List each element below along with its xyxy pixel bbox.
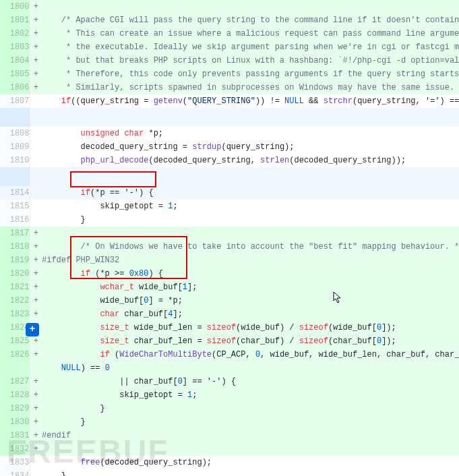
line-number[interactable]: 1826 xyxy=(0,348,30,361)
line-number[interactable]: 1803 xyxy=(0,40,30,54)
diff-row: 1802+ * This can create an issue where a… xyxy=(0,27,459,40)
line-number[interactable]: 1821 xyxy=(0,280,30,294)
line-number[interactable]: 1827 xyxy=(0,375,30,388)
line-number[interactable]: 1802 xyxy=(0,27,30,40)
diff-row: 1826+ if (WideCharToMultiByte(CP_ACP, 0,… xyxy=(0,348,459,361)
code-cell[interactable]: /* Apache CGI will pass the query string… xyxy=(42,13,459,27)
code-cell[interactable] xyxy=(42,227,459,240)
diff-marker xyxy=(30,140,42,154)
line-number[interactable]: 1828 xyxy=(0,388,30,402)
line-number[interactable]: 1834 xyxy=(0,469,30,476)
line-number[interactable]: 1819 xyxy=(0,254,30,267)
code-cell[interactable]: * Similarly, scripts spawned in subproce… xyxy=(42,81,459,94)
line-number[interactable]: 1814 xyxy=(0,186,30,200)
line-number[interactable]: 1831 xyxy=(0,429,30,442)
diff-marker xyxy=(30,213,42,227)
code-cell[interactable] xyxy=(42,442,459,456)
line-number[interactable]: 1820 xyxy=(0,267,30,280)
code-cell[interactable]: * Therefore, this code only prevents pas… xyxy=(42,67,459,81)
line-number[interactable]: 1832 xyxy=(0,442,30,456)
code-cell[interactable]: unsigned char *p; xyxy=(42,127,459,140)
diff-row: 1830+ } xyxy=(0,415,459,429)
code-cell[interactable]: char char_buf[4]; xyxy=(42,307,459,321)
diff-expand-row[interactable] xyxy=(0,167,459,186)
line-number[interactable]: 1818 xyxy=(0,240,30,254)
line-number[interactable] xyxy=(0,361,30,375)
line-number[interactable]: 1833 xyxy=(0,456,30,469)
code-cell[interactable]: if (*p >= 0x80) { xyxy=(42,267,459,280)
diff-marker: + xyxy=(30,294,42,307)
diff-row: 1833 free(decoded_query_string); xyxy=(0,456,459,469)
diff-marker: + xyxy=(30,54,42,67)
diff-marker: + xyxy=(30,13,42,27)
diff-row: 1832+ xyxy=(0,442,459,456)
code-cell[interactable]: /* On Windows we have to take into accou… xyxy=(42,240,459,254)
diff-marker: + xyxy=(30,280,42,294)
line-number[interactable]: 1825 xyxy=(0,334,30,348)
code-cell[interactable]: #endif xyxy=(42,429,459,442)
code-cell[interactable]: #ifdef PHP_WIN32 xyxy=(42,254,459,267)
code-cell[interactable]: } xyxy=(42,415,459,429)
diff-marker: + xyxy=(30,27,42,40)
line-number[interactable]: 1809 xyxy=(0,140,30,154)
code-cell[interactable]: if(*p == '-') { xyxy=(42,186,459,200)
code-cell[interactable]: size_t char_buf_len = sizeof(char_buf) /… xyxy=(42,334,459,348)
diff-row: 1803+ * the executable. Ideally we skip … xyxy=(0,40,459,54)
line-number[interactable]: 1804 xyxy=(0,54,30,67)
code-cell[interactable]: size_t wide_buf_len = sizeof(wide_buf) /… xyxy=(42,321,459,334)
line-number[interactable]: 1822 xyxy=(0,294,30,307)
line-number[interactable]: 1810 xyxy=(0,154,30,167)
diff-marker: + xyxy=(30,415,42,429)
line-number[interactable]: 1817 xyxy=(0,227,30,240)
code-cell[interactable]: } xyxy=(42,402,459,415)
diff-marker: + xyxy=(30,240,42,254)
line-number[interactable]: 1805 xyxy=(0,67,30,81)
diff-row: 1801+ /* Apache CGI will pass the query … xyxy=(0,13,459,27)
diff-row: 1824+ size_t wide_buf_len = sizeof(wide_… xyxy=(0,321,459,334)
code-cell[interactable]: wchar_t wide_buf[1]; xyxy=(42,280,459,294)
diff-marker xyxy=(30,94,42,108)
add-comment-button[interactable]: + xyxy=(26,323,39,336)
diff-row: 1818+ /* On Windows we have to take into… xyxy=(0,240,459,254)
line-number[interactable]: 1829 xyxy=(0,402,30,415)
code-cell[interactable]: NULL) == 0 xyxy=(42,361,459,375)
diff-row: 1831+#endif xyxy=(0,429,459,442)
line-number[interactable]: 1801 xyxy=(0,13,30,27)
diff-row: 1807 if((query_string = getenv("QUERY_ST… xyxy=(0,94,459,108)
code-cell[interactable]: wide_buf[0] = *p; xyxy=(42,294,459,307)
diff-marker: + xyxy=(30,375,42,388)
diff-row: 1825+ size_t char_buf_len = sizeof(char_… xyxy=(0,334,459,348)
line-number[interactable]: 1830 xyxy=(0,415,30,429)
code-cell[interactable]: php_url_decode(decoded_query_string, str… xyxy=(42,154,459,167)
code-cell[interactable]: || char_buf[0] == '-') { xyxy=(42,375,459,388)
code-cell[interactable]: } xyxy=(42,469,459,476)
diff-row: 1829+ } xyxy=(0,402,459,415)
code-cell[interactable] xyxy=(42,0,459,13)
line-number[interactable]: 1808 xyxy=(0,127,30,140)
line-number[interactable]: 1823 xyxy=(0,307,30,321)
code-cell[interactable]: * but that breaks PHP scripts on Linux w… xyxy=(42,54,459,67)
code-cell[interactable]: free(decoded_query_string); xyxy=(42,456,459,469)
diff-marker xyxy=(30,186,42,200)
diff-marker xyxy=(30,154,42,167)
line-number[interactable]: 1806 xyxy=(0,81,30,94)
code-cell[interactable]: * This can create an issue where a malic… xyxy=(42,27,459,40)
line-number[interactable]: 1816 xyxy=(0,213,30,227)
diff-row: 1800+ xyxy=(0,0,459,13)
diff-marker: + xyxy=(30,307,42,321)
code-cell[interactable]: if (WideCharToMultiByte(CP_ACP, 0, wide_… xyxy=(42,348,459,361)
code-cell[interactable]: } xyxy=(42,213,459,227)
diff-row: 1822+ wide_buf[0] = *p; xyxy=(0,294,459,307)
diff-row: 1817+ xyxy=(0,227,459,240)
diff-row: 1808 unsigned char *p; xyxy=(0,127,459,140)
line-number[interactable]: 1815 xyxy=(0,200,30,213)
code-cell[interactable]: decoded_query_string = strdup(query_stri… xyxy=(42,140,459,154)
code-cell[interactable]: skip_getopt = 1; xyxy=(42,388,459,402)
line-number[interactable]: 1800 xyxy=(0,0,30,13)
diff-marker: + xyxy=(30,0,42,13)
line-number[interactable]: 1807 xyxy=(0,94,30,108)
diff-expand-row[interactable] xyxy=(0,108,459,127)
code-cell[interactable]: * the executable. Ideally we skip argume… xyxy=(42,40,459,54)
code-cell[interactable]: if((query_string = getenv("QUERY_STRING"… xyxy=(42,94,459,108)
code-cell[interactable]: skip_getopt = 1; xyxy=(42,200,459,213)
